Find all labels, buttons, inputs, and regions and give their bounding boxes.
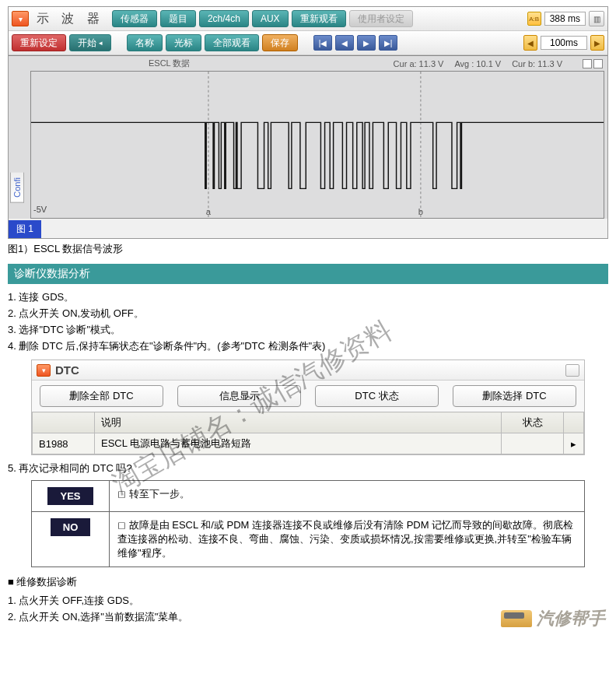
- step-item: 2. 点火开关 ON,发动机 OFF。: [8, 307, 608, 321]
- reading-cur-b: Cur b: 11.3 V: [512, 59, 562, 68]
- sub-heading: 维修数据诊断: [8, 575, 608, 589]
- brand-logo: 汽修帮手: [501, 607, 605, 630]
- figure-tab: 图 1: [9, 220, 41, 238]
- col-status: 状态: [502, 412, 564, 433]
- brand-text: 汽修帮手: [537, 607, 605, 630]
- btn-item[interactable]: 题目: [160, 10, 196, 27]
- car-icon: [501, 610, 532, 627]
- step-item: 3. 选择"DTC 诊断"模式。: [8, 323, 608, 337]
- config-tab[interactable]: Confi: [10, 173, 24, 203]
- time-decrease-icon[interactable]: ◀: [523, 35, 537, 51]
- nav-last-icon[interactable]: ▶|: [379, 35, 397, 51]
- dtc-expand-icon[interactable]: [565, 364, 579, 377]
- btn-sensor[interactable]: 传感器: [112, 10, 157, 27]
- btn-info-display[interactable]: 信息显示: [177, 385, 301, 407]
- btn-view-all[interactable]: 全部观看: [205, 34, 259, 51]
- oscilloscope-window: 示 波 器 传感器 题目 2ch/4ch AUX 重新观看 使用者设定 A:B …: [8, 6, 608, 239]
- chart-opt2-icon[interactable]: [593, 59, 603, 68]
- btn-clear-selected-dtc[interactable]: 删除选择 DTC: [453, 385, 576, 407]
- btn-save[interactable]: 保存: [262, 34, 298, 51]
- dtc-row[interactable]: B1988 ESCL 电源电路与蓄电池电路短路 ▸: [33, 433, 584, 454]
- no-badge: NO: [51, 518, 91, 536]
- btn-user-settings: 使用者设定: [349, 10, 413, 27]
- col-action: [564, 412, 584, 433]
- nav-next-icon[interactable]: ▶: [357, 35, 376, 51]
- step-item: 1. 连接 GDS。: [8, 290, 608, 304]
- chart-opt1-icon[interactable]: [583, 59, 592, 68]
- chart-signal-label: ESCL 数据: [149, 58, 190, 69]
- time-increase-icon[interactable]: ▶: [590, 35, 604, 51]
- step-item: 4. 删除 DTC 后,保持车辆状态在"诊断条件"内。(参考"DTC 检测条件"…: [8, 339, 608, 353]
- steps-list-1: 1. 连接 GDS。 2. 点火开关 ON,发动机 OFF。 3. 选择"DTC…: [8, 290, 608, 353]
- yes-instruction: 转至下一步。: [117, 488, 190, 500]
- dtc-title: DTC: [55, 363, 79, 377]
- chart-container: ESCL 数据 Cur a: 11.3 V Avg : 10.1 V Cur b…: [9, 55, 607, 219]
- yes-badge: YES: [47, 487, 93, 505]
- osc-toolbar-bottom: 重新设定 开始 名称 光标 全部观看 保存 |◀ ◀ ▶ ▶| ◀ 100ms …: [9, 31, 607, 55]
- ms-value: 388 ms: [544, 12, 586, 26]
- btn-channel[interactable]: 2ch/4ch: [199, 10, 249, 27]
- dtc-code: B1988: [33, 433, 95, 454]
- svg-text:b: b: [418, 207, 423, 216]
- nav-first-icon[interactable]: |◀: [313, 35, 332, 51]
- dtc-dropdown-icon[interactable]: [37, 364, 51, 377]
- dtc-row-action-icon[interactable]: ▸: [564, 433, 584, 454]
- chart-plot-area: a b: [30, 71, 604, 219]
- dtc-status-cell: [502, 433, 564, 454]
- reading-avg: Avg : 10.1 V: [454, 59, 501, 68]
- reading-cur-a: Cur a: 11.3 V: [394, 59, 444, 68]
- btn-reset[interactable]: 重新设定: [12, 34, 66, 51]
- dtc-panel: DTC 删除全部 DTC 信息显示 DTC 状态 删除选择 DTC 说明 状态 …: [31, 360, 585, 455]
- step-5: 5. 再次记录相同的 DTC 吗?: [8, 461, 608, 475]
- osc-settings-icon[interactable]: ▥: [589, 11, 604, 26]
- btn-dtc-status[interactable]: DTC 状态: [315, 385, 439, 407]
- no-instruction: 故障是由 ESCL 和/或 PDM 连接器连接不良或维修后没有清除 PDM 记忆…: [117, 519, 573, 559]
- ab-icon[interactable]: A:B: [527, 12, 541, 26]
- dtc-description: ESCL 电源电路与蓄电池电路短路: [95, 433, 502, 454]
- col-blank: [33, 412, 95, 433]
- osc-title: 示 波 器: [37, 11, 104, 27]
- btn-clear-all-dtc[interactable]: 删除全部 DTC: [40, 385, 163, 407]
- btn-name[interactable]: 名称: [127, 34, 163, 51]
- nav-prev-icon[interactable]: ◀: [335, 35, 354, 51]
- btn-review[interactable]: 重新观看: [292, 10, 346, 27]
- step-item: 1. 点火开关 OFF,连接 GDS。: [8, 594, 608, 608]
- osc-toolbar-top: 示 波 器 传感器 题目 2ch/4ch AUX 重新观看 使用者设定 A:B …: [9, 7, 607, 31]
- btn-cursor[interactable]: 光标: [166, 34, 201, 51]
- yes-no-table: YES 转至下一步。 NO 故障是由 ESCL 和/或 PDM 连接器连接不良或…: [31, 480, 585, 567]
- dtc-table: 说明 状态 B1988 ESCL 电源电路与蓄电池电路短路 ▸: [32, 412, 584, 454]
- figure-caption: 图1）ESCL 数据信号波形: [8, 242, 608, 256]
- col-description: 说明: [95, 412, 502, 433]
- section-heading: 诊断仪数据分析: [8, 264, 608, 284]
- btn-start[interactable]: 开始: [69, 34, 111, 51]
- osc-dropdown-icon[interactable]: [12, 11, 29, 26]
- waveform-svg: a b: [31, 72, 604, 218]
- svg-text:a: a: [206, 207, 212, 216]
- btn-aux[interactable]: AUX: [252, 10, 289, 27]
- time-base-input[interactable]: 100ms: [541, 36, 587, 50]
- y-axis-bottom: -5V: [33, 205, 47, 214]
